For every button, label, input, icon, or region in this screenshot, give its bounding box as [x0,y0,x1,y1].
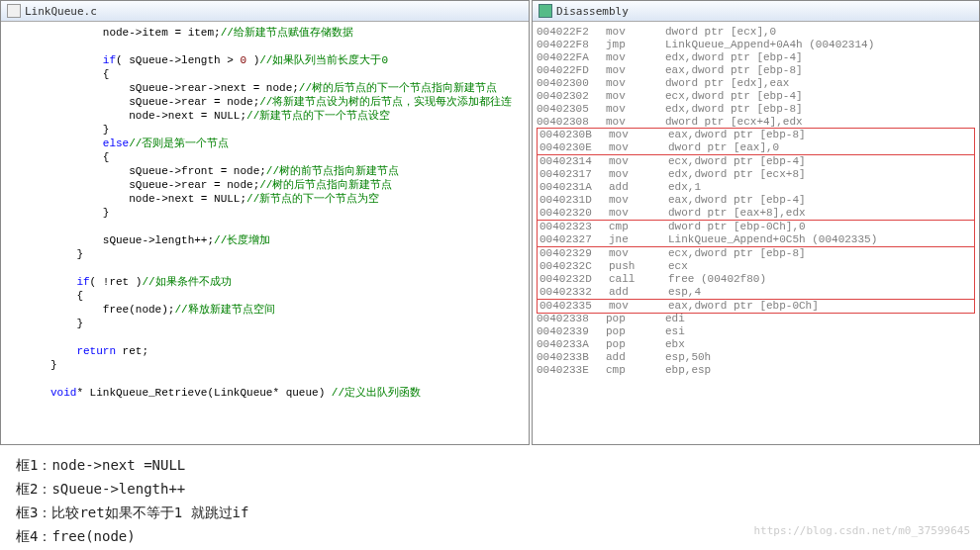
disassembly-icon [539,4,552,18]
highlight-box-1: 0040230Bmoveax,dword ptr [ebp-8]0040230E… [537,128,975,155]
asm-row[interactable]: 0040230Bmoveax,dword ptr [ebp-8] [539,129,972,141]
file-icon [7,4,21,18]
asm-row[interactable]: 00402305movedx,dword ptr [ebp-8] [537,103,975,116]
asm-row[interactable]: 00402323cmpdword ptr [ebp-0Ch],0 [539,221,972,233]
asm-row[interactable]: 004022FAmovedx,dword ptr [ebp-4] [537,51,975,64]
asm-row[interactable]: 004022F8jmpLinkQueue_Append+0A4h (004023… [537,39,975,51]
asm-row[interactable]: 004022FDmoveax,dword ptr [ebp-8] [537,64,975,77]
asm-row[interactable]: 00402339popesi [537,325,975,338]
asm-row[interactable]: 0040230Emovdword ptr [eax],0 [539,141,972,154]
asm-row[interactable]: 00402329movecx,dword ptr [ebp-8] [539,247,972,260]
watermark: https://blog.csdn.net/m0_37599645 [753,524,970,537]
asm-row[interactable]: 00402335moveax,dword ptr [ebp-0Ch] [539,300,972,313]
source-code[interactable]: node->item = item;//给新建节点赋值存储数据 if( sQue… [1,22,529,404]
asm-row[interactable]: 004022F2movdword ptr [ecx],0 [537,26,975,39]
asm-row[interactable]: 00402327jneLinkQueue_Append+0C5h (004023… [539,233,972,246]
asm-row[interactable]: 0040231Aaddedx,1 [539,181,972,194]
disassembly-listing[interactable]: 004022F2movdword ptr [ecx],0004022F8jmpL… [533,22,979,381]
note-line: 框2：sQueue->length++ [16,477,964,501]
asm-row[interactable]: 00402314movecx,dword ptr [ebp-4] [539,155,972,168]
asm-row[interactable]: 00402320movdword ptr [eax+8],edx [539,207,972,220]
highlight-box-4: 00402329movecx,dword ptr [ebp-8]0040232C… [537,246,975,300]
asm-row[interactable]: 0040233Baddesp,50h [537,351,975,364]
asm-row[interactable]: 0040232Dcallfree (00402f80) [539,273,972,286]
asm-row[interactable]: 00402308movdword ptr [ecx+4],edx [537,116,975,129]
disassembly-pane: Disassembly 004022F2movdword ptr [ecx],0… [532,0,980,445]
highlight-box-2: 00402314movecx,dword ptr [ebp-4]00402317… [537,154,975,221]
asm-row[interactable]: 00402302movecx,dword ptr [ebp-4] [537,90,975,103]
asm-row[interactable]: 0040233Apopebx [537,338,975,351]
asm-row[interactable]: 0040232Cpushecx [539,260,972,273]
asm-row[interactable]: 00402317movedx,dword ptr [ecx+8] [539,168,972,181]
source-pane: LinkQueue.c node->item = item;//给新建节点赋值存… [0,0,530,445]
source-filename: LinkQueue.c [25,5,97,18]
asm-row[interactable]: 0040233Ecmpebp,esp [537,364,975,377]
disassembly-title-bar: Disassembly [533,1,979,22]
asm-row[interactable]: 00402332addesp,4 [539,286,972,299]
source-title-bar: LinkQueue.c [1,1,529,22]
note-line: 框3：比较ret如果不等于1 就跳过if [16,501,964,524]
asm-row[interactable]: 0040231Dmoveax,dword ptr [ebp-4] [539,194,972,207]
highlight-box-3: 00402323cmpdword ptr [ebp-0Ch],000402327… [537,220,975,247]
asm-row[interactable]: 00402300movdword ptr [edx],eax [537,77,975,90]
disassembly-title: Disassembly [556,5,629,18]
note-line: 框1：node->next =NULL [16,453,964,477]
asm-row[interactable]: 00402338popedi [537,313,975,325]
highlight-box-5: 00402335moveax,dword ptr [ebp-0Ch] [537,299,975,314]
